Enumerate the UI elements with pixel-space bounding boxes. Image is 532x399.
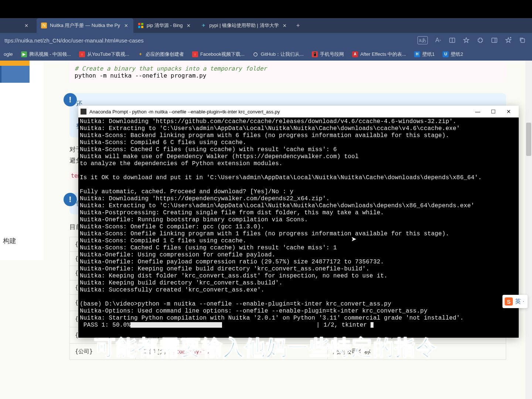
sidebar-stub — [0, 61, 44, 260]
sidebar-top — [0, 61, 30, 83]
ime-lang: 英 · — [515, 298, 524, 306]
bookmark-ae[interactable]: AAfter Effects 中的表... — [352, 51, 406, 58]
page-scrollbar[interactable] — [525, 61, 532, 399]
code-block: # Create a binary that unpacks into a te… — [69, 61, 506, 83]
browser-tabs: ✕ N Nuitka 用户手册 — Nuitka the Py ✕ pip 清华… — [0, 18, 532, 33]
extensions-icon[interactable] — [477, 37, 484, 44]
code-line: python -m nuitka --onefile program.py — [75, 72, 501, 79]
bookmark-facebook[interactable]: ↓Facebook视频下载... — [192, 51, 245, 58]
collections-icon[interactable] — [505, 37, 512, 44]
close-button[interactable]: ✕ — [501, 106, 516, 117]
book-icon[interactable] — [449, 37, 456, 44]
bookmark-tencent[interactable]: ▶腾讯视频 - 中国领... — [21, 51, 71, 58]
bookmark-phone[interactable]: 📱手机号段网 — [312, 51, 344, 58]
translate-icon[interactable]: aあ — [417, 36, 428, 44]
split-icon[interactable] — [491, 37, 498, 44]
terminal-window: Anaconda Prompt - python -m nuitka --one… — [78, 106, 519, 338]
reader-icon[interactable]: A» — [434, 37, 442, 44]
terminal-titlebar[interactable]: Anaconda Prompt - python -m nuitka --one… — [78, 106, 519, 117]
tab-label: pip 清华源 - Bing — [147, 22, 183, 29]
favorite-icon[interactable] — [463, 37, 470, 44]
tab-3[interactable]: ✈ pypi | 镜像站使用帮助 | 清华大学 ✕ — [196, 18, 292, 33]
copy-icon[interactable] — [519, 37, 526, 44]
new-tab-button[interactable]: + — [292, 18, 304, 33]
close-icon[interactable]: ✕ — [123, 23, 129, 28]
info-icon: ! — [64, 193, 77, 206]
svg-rect-10 — [521, 39, 525, 42]
bookmark-google[interactable]: ogle — [4, 51, 13, 57]
bookmark-bing[interactable]: ✦必应的图像创建者 — [137, 51, 184, 58]
maximize-button[interactable]: ☐ — [485, 106, 501, 117]
bing-icon — [138, 23, 144, 28]
tab-label: pypi | 镜像站使用帮助 | 清华大学 — [209, 22, 279, 29]
tab-2[interactable]: pip 清华源 - Bing ✕ — [133, 18, 196, 33]
tab-0[interactable]: ✕ — [0, 18, 37, 33]
bookmarks-bar: ogle ▶腾讯视频 - 中国领... ↓从YouTube下载视... ✦必应的… — [0, 48, 532, 61]
url-input[interactable]: ttps://nuitka.net/zh_CN/doc/user-manual.… — [3, 37, 417, 44]
ime-indicator[interactable]: S 英 · — [502, 295, 528, 308]
bookmark-youtube[interactable]: ↓从YouTube下载视... — [79, 51, 129, 58]
close-icon[interactable]: ✕ — [186, 23, 192, 28]
info-icon: ! — [64, 93, 77, 106]
tab-label: Nuitka 用户手册 — Nuitka the Py — [50, 22, 120, 29]
tab-1[interactable]: N Nuitka 用户手册 — Nuitka the Py ✕ — [37, 18, 133, 33]
top-black-bar — [0, 0, 532, 18]
terminal-output[interactable]: Nuitka: Downloading 'https://github.com/… — [78, 117, 519, 330]
nuitka-icon: N — [41, 23, 47, 28]
svg-rect-0 — [138, 23, 140, 25]
terminal-title: Anaconda Prompt - python -m nuitka --one… — [89, 109, 470, 115]
bookmark-github[interactable]: ◯GitHub：让我们从... — [253, 51, 304, 58]
minimize-button[interactable]: — — [470, 106, 485, 117]
svg-rect-2 — [138, 26, 140, 28]
close-icon[interactable]: ✕ — [282, 23, 288, 28]
sidebar-build-text: 构建 — [3, 236, 16, 245]
address-bar: ttps://nuitka.net/zh_CN/doc/user-manual.… — [0, 33, 532, 48]
svg-rect-6 — [492, 38, 497, 42]
bookmark-wp1[interactable]: H壁纸1 — [414, 51, 434, 58]
svg-rect-1 — [141, 23, 143, 25]
svg-rect-3 — [141, 26, 143, 28]
code-comment: # Create a binary that unpacks into a te… — [75, 65, 501, 72]
video-subtitle: 可能都需要输入他妈一些特定的指令 — [95, 334, 437, 362]
sogou-icon: S — [505, 297, 513, 306]
close-icon[interactable]: ✕ — [23, 23, 29, 28]
scroll-thumb[interactable] — [526, 123, 531, 156]
bookmark-wp2[interactable]: U壁纸2 — [443, 51, 463, 58]
cmd-icon — [81, 109, 86, 115]
tuna-icon: ✈ — [201, 23, 207, 28]
